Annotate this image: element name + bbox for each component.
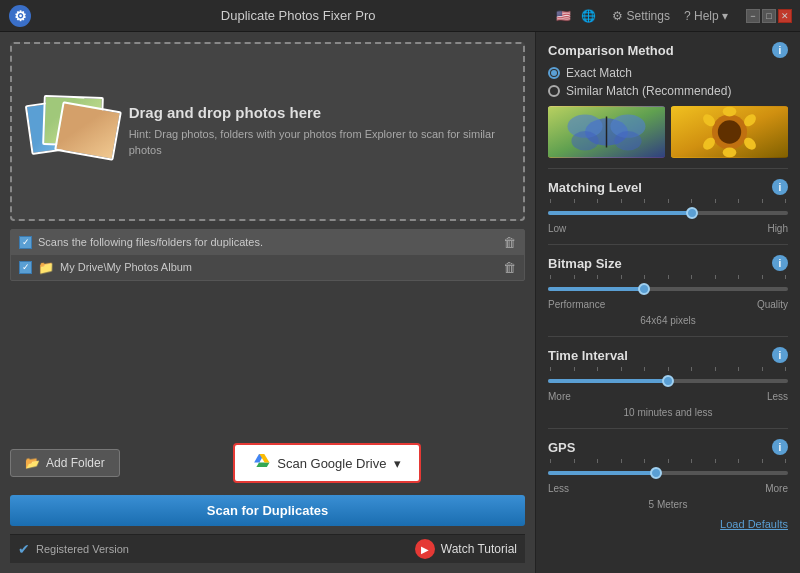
time-interval-label: Time Interval — [548, 348, 628, 363]
gps-slider[interactable] — [548, 471, 788, 475]
bitmap-size-section: Bitmap Size i Performance Quality 64x64 … — [548, 255, 788, 326]
gps-labels: Less More — [548, 483, 788, 494]
settings-button[interactable]: ⚙ Settings — [608, 7, 674, 25]
window-controls: − □ ✕ — [746, 9, 792, 23]
svg-point-12 — [723, 107, 737, 117]
bottom-area: 📂 Add Folder — [10, 439, 525, 526]
svg-point-7 — [614, 131, 641, 151]
drop-zone-hint: Hint: Drag photos, folders with your pho… — [129, 127, 507, 158]
title-bar: ⚙ Duplicate Photos Fixer Pro 🇺🇸 🌐 ⚙ Sett… — [0, 0, 800, 32]
file-list-header-left: ✓ Scans the following files/folders for … — [19, 236, 263, 249]
exact-match-label: Exact Match — [566, 66, 632, 80]
scan-google-dropdown-icon: ▾ — [394, 456, 401, 471]
divider-2 — [548, 244, 788, 245]
add-folder-button[interactable]: 📂 Add Folder — [10, 449, 120, 477]
bitmap-performance: Performance — [548, 299, 605, 310]
drop-zone-photos — [28, 91, 113, 171]
bottom-actions: 📂 Add Folder — [10, 439, 525, 487]
add-folder-icon: 📂 — [25, 456, 40, 470]
scan-duplicates-button[interactable]: Scan for Duplicates — [10, 495, 525, 526]
divider-1 — [548, 168, 788, 169]
similar-match-radio[interactable]: Similar Match (Recommended) — [548, 84, 788, 98]
matching-labels: Low High — [548, 223, 788, 234]
registered-label: Registered Version — [36, 543, 129, 555]
matching-fill — [548, 211, 692, 215]
file-list-checkbox[interactable]: ✓ — [19, 236, 32, 249]
left-panel: Drag and drop photos here Hint: Drag pho… — [0, 32, 535, 573]
gps-info-icon[interactable]: i — [772, 439, 788, 455]
file-list-delete-icon[interactable]: 🗑 — [503, 235, 516, 250]
status-check-icon: ✔ — [18, 541, 30, 557]
help-button[interactable]: ? Help ▾ — [680, 7, 732, 25]
gps-section: GPS i Less More 5 Meters — [548, 439, 788, 510]
item-checkbox[interactable]: ✓ — [19, 261, 32, 274]
svg-point-6 — [571, 131, 598, 151]
similar-match-label: Similar Match (Recommended) — [566, 84, 731, 98]
time-interval-section: Time Interval i More Less 10 minutes and… — [548, 347, 788, 418]
matching-low: Low — [548, 223, 566, 234]
drop-zone-text: Drag and drop photos here Hint: Drag pho… — [129, 104, 507, 158]
exact-match-radio[interactable]: Exact Match — [548, 66, 788, 80]
matching-info-icon[interactable]: i — [772, 179, 788, 195]
file-list-header-text: Scans the following files/folders for du… — [38, 236, 263, 248]
scan-google-button[interactable]: Scan Google Drive ▾ — [233, 443, 421, 483]
bitmap-info-icon[interactable]: i — [772, 255, 788, 271]
item-delete-icon[interactable]: 🗑 — [503, 260, 516, 275]
title-bar-controls: 🇺🇸 🌐 ⚙ Settings ? Help ▾ − □ ✕ — [556, 7, 792, 25]
matching-ticks — [548, 199, 788, 203]
gps-more: More — [765, 483, 788, 494]
bitmap-thumb[interactable] — [638, 283, 650, 295]
scan-google-label: Scan Google Drive — [277, 456, 386, 471]
bitmap-size-label: Bitmap Size — [548, 256, 622, 271]
bitmap-size-title: Bitmap Size i — [548, 255, 788, 271]
restore-button[interactable]: □ — [762, 9, 776, 23]
bitmap-labels: Performance Quality — [548, 299, 788, 310]
close-button[interactable]: ✕ — [778, 9, 792, 23]
play-icon: ▶ — [415, 539, 435, 559]
minimize-button[interactable]: − — [746, 9, 760, 23]
time-ticks — [548, 367, 788, 371]
app-title: Duplicate Photos Fixer Pro — [40, 8, 556, 23]
time-thumb[interactable] — [662, 375, 674, 387]
time-more: More — [548, 391, 571, 402]
drop-zone[interactable]: Drag and drop photos here Hint: Drag pho… — [10, 42, 525, 221]
gps-thumb[interactable] — [650, 467, 662, 479]
matching-level-section: Matching Level i Low High — [548, 179, 788, 234]
time-interval-title: Time Interval i — [548, 347, 788, 363]
status-left: ✔ Registered Version — [18, 541, 129, 557]
exact-match-dot — [548, 67, 560, 79]
drop-zone-heading: Drag and drop photos here — [129, 104, 507, 121]
gps-less: Less — [548, 483, 569, 494]
add-folder-label: Add Folder — [46, 456, 105, 470]
bitmap-quality: Quality — [757, 299, 788, 310]
matching-thumb[interactable] — [686, 207, 698, 219]
matching-level-slider[interactable] — [548, 211, 788, 215]
bitmap-size-slider[interactable] — [548, 287, 788, 291]
time-info-icon[interactable]: i — [772, 347, 788, 363]
gps-ticks — [548, 459, 788, 463]
similar-match-dot — [548, 85, 560, 97]
matching-level-title: Matching Level i — [548, 179, 788, 195]
time-center-label: 10 minutes and less — [548, 407, 788, 418]
bitmap-ticks — [548, 275, 788, 279]
divider-4 — [548, 428, 788, 429]
matching-high: High — [767, 223, 788, 234]
sunflower-image — [671, 106, 788, 158]
right-panel: Comparison Method i Exact Match Similar … — [535, 32, 800, 573]
gps-fill — [548, 471, 656, 475]
photo-card-3 — [54, 101, 122, 161]
comparison-info-icon[interactable]: i — [772, 42, 788, 58]
load-defaults-link[interactable]: Load Defaults — [548, 518, 788, 530]
bitmap-fill — [548, 287, 644, 291]
time-interval-slider[interactable] — [548, 379, 788, 383]
comparison-images — [548, 106, 788, 158]
main-layout: Drag and drop photos here Hint: Drag pho… — [0, 32, 800, 573]
divider-3 — [548, 336, 788, 337]
watch-tutorial-button[interactable]: ▶ Watch Tutorial — [415, 539, 517, 559]
scan-google-wrapper: Scan Google Drive ▾ — [130, 443, 525, 483]
svg-point-11 — [718, 120, 741, 143]
file-list-container: ✓ Scans the following files/folders for … — [10, 229, 525, 281]
gps-label: GPS — [548, 440, 575, 455]
time-fill — [548, 379, 668, 383]
file-list-item: ✓ 📁 My Drive\My Photos Album 🗑 — [11, 255, 524, 280]
